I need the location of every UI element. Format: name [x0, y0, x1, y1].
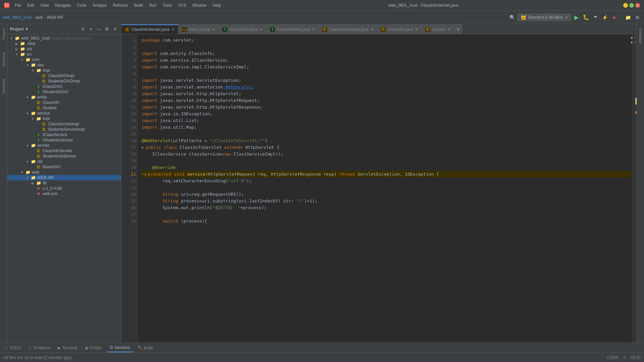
- debug-button[interactable]: 🐛: [582, 13, 590, 21]
- breadcrumb-project[interactable]: web_0801_crud: [3, 15, 31, 20]
- bottom-tab-profiler[interactable]: ◉ Profiler: [82, 344, 106, 352]
- tree-item-service[interactable]: ▼ 📁 service: [7, 111, 121, 116]
- sidebar-locate-button[interactable]: ⊙: [79, 26, 86, 33]
- menu-item-window[interactable]: Window: [190, 2, 209, 9]
- profile-button[interactable]: ⚡: [601, 13, 609, 21]
- menu-item-navigate[interactable]: Navigate: [52, 2, 73, 9]
- menu-item-tools[interactable]: Tools: [160, 2, 175, 9]
- tree-item-classserviceimpl[interactable]: C ClassServiceImpl: [7, 121, 121, 127]
- tree-item-web[interactable]: ▼ 📁 web: [7, 170, 121, 175]
- tab-classlist[interactable]: jsp classList.jsp ✕: [178, 24, 219, 34]
- bottom-tab-build[interactable]: 🔨 Build: [134, 344, 156, 352]
- tree-arrow-idea[interactable]: ▶: [14, 42, 19, 46]
- breadcrumb-web[interactable]: web: [35, 15, 43, 20]
- tab-close-classinfo[interactable]: ✕: [415, 27, 418, 32]
- tree-item-root[interactable]: ▼ 📁 web_0801_crud D:\java-web-space\web.…: [7, 36, 121, 41]
- tab-iclassdao[interactable]: I IClassDAO.java ✕: [219, 24, 267, 34]
- tab-close-classinfoservlet[interactable]: ✕: [171, 27, 175, 32]
- tab-classinfoservlet[interactable]: C ClassInfoServlet.java ✕: [121, 24, 178, 34]
- tab-classserviceimpl[interactable]: C ClassServiceImpl.java ✕: [319, 24, 378, 34]
- tab-close-iclassdao[interactable]: ✕: [260, 27, 263, 32]
- menu-item-run[interactable]: Run: [147, 2, 159, 9]
- tree-arrow-entity[interactable]: ▼: [25, 96, 30, 99]
- tree-arrow-web[interactable]: ▼: [19, 171, 25, 174]
- tree-item-service-impl[interactable]: ▼ 📁 impl: [7, 116, 121, 121]
- tree-arrow-out[interactable]: ▶: [14, 47, 19, 51]
- tree-item-iclassdao[interactable]: I IClassDAO: [7, 84, 121, 89]
- tab-close-iclassservice[interactable]: ✕: [312, 27, 315, 32]
- menu-item-refactor[interactable]: Refactor: [110, 2, 131, 9]
- sidebar-settings-button[interactable]: ⚙: [104, 26, 110, 33]
- tab-classd[interactable]: C ClassD ✕: [422, 24, 454, 34]
- tab-iclassservice[interactable]: I IClassService.java ✕: [267, 24, 319, 34]
- bottom-tab-terminal[interactable]: ▶ Terminal: [54, 344, 80, 352]
- menu-item-edit[interactable]: Edit: [24, 2, 37, 9]
- tree-item-util[interactable]: ▼ 📁 util: [7, 159, 121, 164]
- tree-arrow-util[interactable]: ▼: [25, 160, 30, 164]
- code-content[interactable]: package com.servlet; import com.entity.C…: [138, 34, 632, 343]
- tab-close-classd[interactable]: ✕: [447, 27, 450, 32]
- tree-item-istudentsdao[interactable]: I IStudentsDAO: [7, 89, 121, 95]
- database-panel-toggle[interactable]: Database: [638, 27, 643, 45]
- tree-item-com[interactable]: ▼ 📁 com: [7, 57, 121, 62]
- coverage-button[interactable]: ☂: [591, 13, 599, 21]
- menu-item-analyze[interactable]: Analyze: [90, 2, 110, 9]
- favorites-panel-toggle[interactable]: Favorites: [1, 77, 6, 95]
- tree-item-dao[interactable]: ▼ 📁 dao: [7, 62, 121, 68]
- tree-item-basedao[interactable]: C BaseDAO: [7, 164, 121, 170]
- structure-panel-toggle[interactable]: Structure: [1, 50, 6, 68]
- minimize-button[interactable]: —: [623, 3, 628, 8]
- tree-item-dao-impl[interactable]: ▼ 📁 impl: [7, 68, 121, 73]
- project-structure-button[interactable]: 📁: [624, 13, 632, 21]
- menu-item-vcs[interactable]: VCS: [175, 2, 189, 9]
- tree-arrow-dao-impl[interactable]: ▼: [30, 69, 36, 72]
- tree-arrow-service[interactable]: ▼: [25, 112, 30, 115]
- sidebar-expand-button[interactable]: ≡: [88, 26, 94, 33]
- menu-item-build[interactable]: Build: [131, 2, 146, 9]
- close-button[interactable]: ✕: [635, 3, 640, 8]
- tree-item-studentsserviceimpl[interactable]: C StudentsServiceImpl: [7, 127, 121, 132]
- tree-arrow-src[interactable]: ▼: [14, 53, 19, 56]
- bottom-tab-services[interactable]: ☰ Services: [106, 344, 133, 352]
- tree-item-iclassservice[interactable]: I IClassService: [7, 132, 121, 137]
- tree-item-entity[interactable]: ▼ 📁 entity: [7, 95, 121, 100]
- tree-item-webxml[interactable]: ⚙ web.xml: [7, 191, 121, 196]
- tree-arrow-root[interactable]: ▼: [9, 37, 14, 40]
- tree-item-tld[interactable]: tld c-1_0-rt.tld: [7, 186, 121, 191]
- tab-classinfo[interactable]: C ClassInfo.java ✕: [378, 24, 422, 34]
- tree-item-webinf[interactable]: ▼ 📁 WEB-INF: [7, 175, 121, 180]
- tree-item-src[interactable]: ▼ 📁 src: [7, 52, 121, 57]
- run-button[interactable]: ▶: [573, 13, 581, 21]
- tree-item-student[interactable]: C Student: [7, 105, 121, 111]
- tree-item-out[interactable]: ▶ 📁 out: [7, 46, 121, 52]
- tree-item-classdaoimpl[interactable]: C ClassDAOImpl: [7, 73, 121, 78]
- tree-arrow-service-impl[interactable]: ▼: [30, 117, 36, 121]
- menu-item-code[interactable]: Code: [74, 2, 89, 9]
- project-panel-toggle[interactable]: Project: [1, 27, 6, 41]
- tab-close-classserviceimpl[interactable]: ✕: [371, 27, 374, 32]
- menu-item-view[interactable]: View: [38, 2, 52, 9]
- sidebar-collapse-button[interactable]: —: [96, 26, 102, 33]
- tree-arrow-com[interactable]: ▼: [19, 58, 25, 62]
- tree-arrow-lib[interactable]: ▶: [30, 181, 36, 185]
- menu-item-help[interactable]: Help: [210, 2, 224, 9]
- bottom-tab-problems[interactable]: ⚠ Problems: [25, 344, 54, 352]
- tree-item-idea[interactable]: ▶ 📁 .idea: [7, 41, 121, 46]
- sidebar-close-button[interactable]: ✕: [112, 26, 118, 33]
- search-everywhere-button[interactable]: 🔍: [508, 13, 516, 21]
- tab-close-classlist[interactable]: ✕: [212, 27, 215, 32]
- maximize-button[interactable]: □: [629, 3, 634, 8]
- tree-arrow-servlet[interactable]: ▼: [25, 144, 30, 147]
- tree-arrow-webinf[interactable]: ▼: [25, 176, 30, 180]
- tree-item-lib[interactable]: ▶ 📁 lib: [7, 180, 121, 186]
- run-config-dropdown[interactable]: 🐱 Tomcat 9.0.38-0801 ▼: [518, 14, 571, 21]
- tree-item-classinfoservlet[interactable]: C ClassInfoServlet: [7, 148, 121, 154]
- settings-button[interactable]: ⚙: [633, 13, 641, 21]
- tree-item-studentsdaoimpl[interactable]: C StudentsDAOImpl: [7, 78, 121, 84]
- bottom-tab-todo[interactable]: ✓ TODO: [1, 344, 24, 352]
- tree-item-classinfo[interactable]: C ClassInfo: [7, 100, 121, 105]
- tab-overflow-button[interactable]: ▼: [454, 24, 462, 34]
- tree-item-servlet[interactable]: ▼ 📁 servlet: [7, 143, 121, 148]
- menu-item-file[interactable]: File: [12, 2, 24, 9]
- breadcrumb-webinf[interactable]: WEB-INF: [47, 15, 64, 20]
